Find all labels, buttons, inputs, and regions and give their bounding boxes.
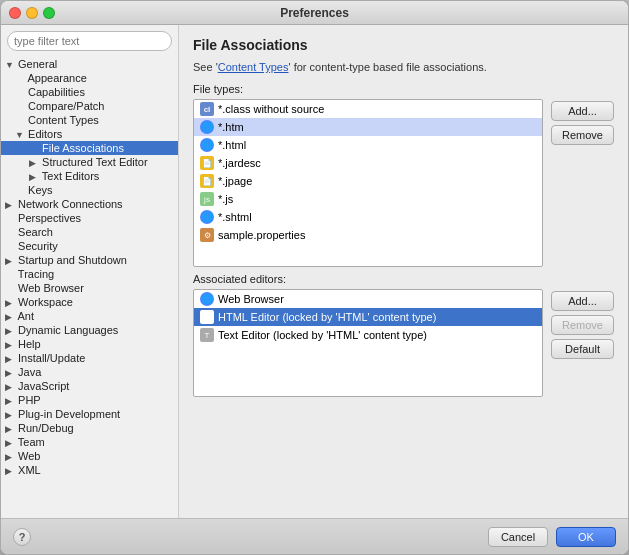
section-title: File Associations: [193, 37, 614, 53]
page-icon: 📄: [200, 156, 214, 170]
class-icon: cl: [200, 102, 214, 116]
remove-file-type-button[interactable]: Remove: [551, 125, 614, 145]
list-item[interactable]: 🌐 *.htm: [194, 118, 542, 136]
sidebar-item-text-editors[interactable]: ▶ Text Editors: [1, 169, 178, 183]
sidebar-item-content-types[interactable]: Content Types: [1, 113, 178, 127]
file-types-list-container: cl *.class without source 🌐 *.htm 🌐 *.ht…: [193, 99, 543, 267]
list-item-label: HTML Editor (locked by 'HTML' content ty…: [218, 311, 436, 323]
sidebar-item-xml[interactable]: ▶ XML: [1, 463, 178, 477]
sidebar-item-java[interactable]: ▶ Java: [1, 365, 178, 379]
props-icon: ⚙: [200, 228, 214, 242]
list-item-label: *.jpage: [218, 175, 252, 187]
list-item[interactable]: js *.js: [194, 190, 542, 208]
file-types-section: cl *.class without source 🌐 *.htm 🌐 *.ht…: [193, 99, 614, 267]
sidebar-item-startup-shutdown[interactable]: ▶ Startup and Shutdown: [1, 253, 178, 267]
globe-icon: 🌐: [200, 292, 214, 306]
list-item[interactable]: 🌐 *.shtml: [194, 208, 542, 226]
script-icon: js: [200, 192, 214, 206]
sidebar-item-compare-patch[interactable]: Compare/Patch: [1, 99, 178, 113]
ok-button[interactable]: OK: [556, 527, 616, 547]
sidebar-item-file-associations[interactable]: File Associations: [1, 141, 178, 155]
page-icon: 📄: [200, 174, 214, 188]
sidebar-item-capabilities[interactable]: Capabilities: [1, 85, 178, 99]
traffic-lights: [9, 7, 55, 19]
editors-list-container: 🌐 Web Browser H HTML Editor (locked by '…: [193, 289, 543, 397]
expand-arrow: ▼: [5, 60, 15, 70]
sidebar-item-general[interactable]: ▼ General: [1, 57, 178, 71]
sidebar-item-editors[interactable]: ▼ Editors: [1, 127, 178, 141]
sidebar-item-dynamic-languages[interactable]: ▶ Dynamic Languages: [1, 323, 178, 337]
list-item[interactable]: 📄 *.jpage: [194, 172, 542, 190]
window-body: ▼ General Appearance Capabilities Compar…: [1, 25, 628, 518]
sidebar-item-search[interactable]: Search: [1, 225, 178, 239]
editors-list[interactable]: 🌐 Web Browser H HTML Editor (locked by '…: [193, 289, 543, 397]
associated-editors-label: Associated editors:: [193, 273, 614, 285]
globe-icon: 🌐: [200, 210, 214, 224]
editors-section: 🌐 Web Browser H HTML Editor (locked by '…: [193, 289, 614, 397]
sidebar-item-run-debug[interactable]: ▶ Run/Debug: [1, 421, 178, 435]
sidebar-item-appearance[interactable]: Appearance: [1, 71, 178, 85]
text-icon: T: [200, 328, 214, 342]
editor-buttons: Add... Remove Default: [551, 289, 614, 397]
sidebar-item-security[interactable]: Security: [1, 239, 178, 253]
maximize-button[interactable]: [43, 7, 55, 19]
list-item-label: *.class without source: [218, 103, 324, 115]
sidebar-item-tracing[interactable]: Tracing: [1, 267, 178, 281]
sidebar: ▼ General Appearance Capabilities Compar…: [1, 25, 179, 518]
window-title: Preferences: [280, 6, 349, 20]
globe-icon: 🌐: [200, 138, 214, 152]
sidebar-item-team[interactable]: ▶ Team: [1, 435, 178, 449]
main-content: File Associations See 'Content Types' fo…: [179, 25, 628, 518]
sidebar-item-structured-text-editor[interactable]: ▶ Structured Text Editor: [1, 155, 178, 169]
content-types-link[interactable]: Content Types: [218, 61, 289, 73]
sidebar-item-network-connections[interactable]: ▶ Network Connections: [1, 197, 178, 211]
file-types-list[interactable]: cl *.class without source 🌐 *.htm 🌐 *.ht…: [193, 99, 543, 267]
title-bar: Preferences: [1, 1, 628, 25]
sidebar-item-help[interactable]: ▶ Help: [1, 337, 178, 351]
footer: ? Cancel OK: [1, 518, 628, 554]
sidebar-item-ant[interactable]: ▶ Ant: [1, 309, 178, 323]
sidebar-item-php[interactable]: ▶ PHP: [1, 393, 178, 407]
add-file-type-button[interactable]: Add...: [551, 101, 614, 121]
footer-left: ?: [13, 528, 31, 546]
list-item[interactable]: H HTML Editor (locked by 'HTML' content …: [194, 308, 542, 326]
close-button[interactable]: [9, 7, 21, 19]
sidebar-item-workspace[interactable]: ▶ Workspace: [1, 295, 178, 309]
description-prefix: See ': [193, 61, 218, 73]
list-item-label: *.js: [218, 193, 233, 205]
sidebar-item-web-browser[interactable]: Web Browser: [1, 281, 178, 295]
preferences-window: Preferences ▼ General Appearance Capabil…: [0, 0, 629, 555]
search-input[interactable]: [7, 31, 172, 51]
description-suffix: ' for content-type based file associatio…: [288, 61, 486, 73]
list-item[interactable]: ⚙ sample.properties: [194, 226, 542, 244]
list-item-label: Web Browser: [218, 293, 284, 305]
footer-right: Cancel OK: [488, 527, 616, 547]
default-button[interactable]: Default: [551, 339, 614, 359]
list-item[interactable]: 🌐 *.html: [194, 136, 542, 154]
file-types-buttons: Add... Remove: [551, 99, 614, 267]
sidebar-item-perspectives[interactable]: Perspectives: [1, 211, 178, 225]
cancel-button[interactable]: Cancel: [488, 527, 548, 547]
description: See 'Content Types' for content-type bas…: [193, 61, 614, 73]
file-types-label: File types:: [193, 83, 614, 95]
globe-icon: 🌐: [200, 120, 214, 134]
list-item[interactable]: T Text Editor (locked by 'HTML' content …: [194, 326, 542, 344]
sidebar-item-plugin-dev[interactable]: ▶ Plug-in Development: [1, 407, 178, 421]
list-item[interactable]: 🌐 Web Browser: [194, 290, 542, 308]
help-button[interactable]: ?: [13, 528, 31, 546]
sidebar-item-keys[interactable]: Keys: [1, 183, 178, 197]
sidebar-item-javascript[interactable]: ▶ JavaScript: [1, 379, 178, 393]
list-item-label: *.html: [218, 139, 246, 151]
sidebar-item-web[interactable]: ▶ Web: [1, 449, 178, 463]
list-item-label: sample.properties: [218, 229, 305, 241]
add-editor-button[interactable]: Add...: [551, 291, 614, 311]
list-item[interactable]: 📄 *.jardesc: [194, 154, 542, 172]
minimize-button[interactable]: [26, 7, 38, 19]
tree: ▼ General Appearance Capabilities Compar…: [1, 57, 178, 518]
sidebar-item-install-update[interactable]: ▶ Install/Update: [1, 351, 178, 365]
page-icon: H: [200, 310, 214, 324]
list-item[interactable]: cl *.class without source: [194, 100, 542, 118]
remove-editor-button[interactable]: Remove: [551, 315, 614, 335]
list-item-label: *.jardesc: [218, 157, 261, 169]
list-item-label: *.htm: [218, 121, 244, 133]
